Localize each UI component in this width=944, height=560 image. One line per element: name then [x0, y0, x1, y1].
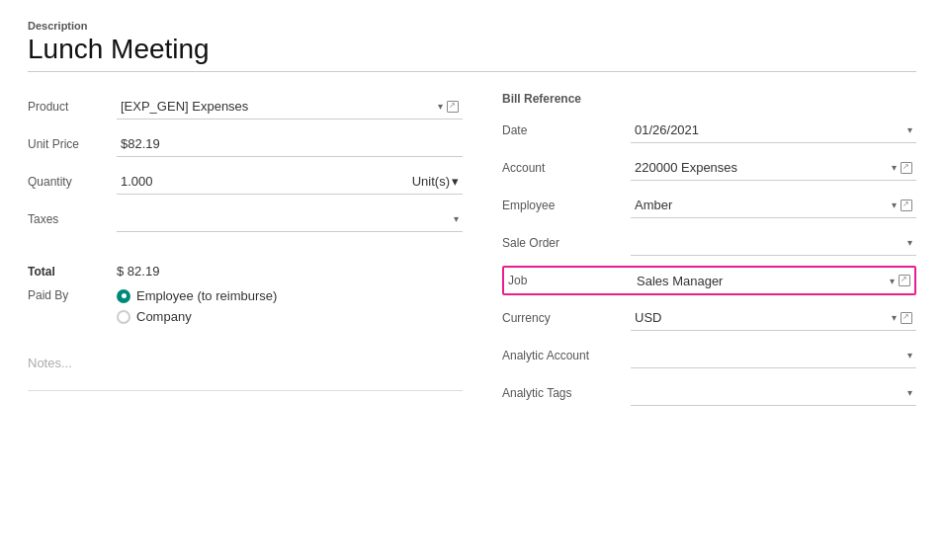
analytic-tags-field[interactable]: ▾ — [631, 380, 916, 406]
currency-row: Currency USD ▾ — [502, 303, 916, 333]
date-label: Date — [502, 123, 631, 137]
bottom-section: Total $ 82.19 Paid By Employee (to reimb… — [28, 264, 463, 391]
unit-dropdown-arrow[interactable]: ▾ — [452, 174, 459, 189]
product-field[interactable]: [EXP_GEN] Expenses ▾ — [117, 94, 463, 120]
title-divider — [28, 71, 916, 72]
analytic-account-dropdown-arrow[interactable]: ▾ — [907, 350, 912, 360]
job-row: Job Sales Manager ▾ — [502, 266, 916, 295]
unit-price-value: $82.19 — [121, 136, 160, 151]
date-dropdown-arrow[interactable]: ▾ — [907, 124, 912, 135]
date-field[interactable]: 01/26/2021 ▾ — [631, 118, 916, 143]
job-value: Sales Manager — [637, 274, 723, 288]
analytic-tags-label: Analytic Tags — [502, 386, 631, 400]
main-content: Product [EXP_GEN] Expenses ▾ Unit Price … — [28, 92, 916, 416]
description-label: Description — [28, 20, 916, 32]
taxes-dropdown-arrow[interactable]: ▾ — [454, 213, 459, 224]
employee-label: Employee — [502, 199, 631, 212]
bill-reference-label: Bill Reference — [502, 92, 916, 106]
employee-external-icon[interactable] — [901, 200, 912, 211]
job-label: Job — [508, 274, 637, 287]
employee-value: Amber — [635, 198, 672, 212]
taxes-field[interactable]: ▾ — [117, 206, 463, 232]
total-row: Total $ 82.19 — [28, 264, 463, 279]
sale-order-row: Sale Order ▾ — [502, 228, 916, 258]
date-value: 01/26/2021 — [635, 122, 699, 137]
employee-field[interactable]: Amber ▾ — [631, 193, 916, 218]
bottom-divider — [28, 390, 463, 391]
unit-price-label: Unit Price — [28, 137, 117, 151]
right-section: Bill Reference Date 01/26/2021 ▾ Account… — [502, 92, 916, 416]
job-dropdown-arrow[interactable]: ▾ — [890, 276, 895, 286]
unit-price-row: Unit Price $82.19 — [28, 129, 463, 159]
currency-value: USD — [635, 310, 661, 325]
currency-field[interactable]: USD ▾ — [631, 305, 916, 331]
quantity-row: Quantity 1.000 Unit(s) ▾ — [28, 167, 463, 197]
paid-by-employee-radio[interactable] — [117, 289, 130, 303]
currency-label: Currency — [502, 311, 631, 325]
employee-dropdown-arrow[interactable]: ▾ — [892, 200, 897, 210]
account-dropdown-arrow[interactable]: ▾ — [892, 162, 897, 173]
analytic-account-field[interactable]: ▾ — [631, 343, 916, 368]
currency-external-icon[interactable] — [901, 312, 912, 324]
analytic-account-label: Analytic Account — [502, 349, 631, 362]
account-row: Account 220000 Expenses ▾ — [502, 153, 916, 183]
currency-dropdown-arrow[interactable]: ▾ — [892, 312, 897, 323]
product-dropdown-arrow[interactable]: ▾ — [438, 101, 443, 112]
job-external-icon[interactable] — [899, 275, 910, 286]
quantity-field[interactable]: 1.000 Unit(s) ▾ — [117, 169, 463, 195]
taxes-label: Taxes — [28, 212, 117, 226]
paid-by-row: Paid By Employee (to reimburse) Company — [28, 288, 463, 324]
unit-price-field[interactable]: $82.19 — [117, 131, 463, 157]
total-label: Total — [28, 265, 117, 279]
account-label: Account — [502, 161, 631, 175]
sale-order-dropdown-arrow[interactable]: ▾ — [907, 237, 912, 248]
product-label: Product — [28, 100, 117, 114]
account-field[interactable]: 220000 Expenses ▾ — [631, 155, 916, 181]
account-value: 220000 Expenses — [635, 160, 737, 175]
quantity-label: Quantity — [28, 175, 117, 189]
account-external-icon[interactable] — [901, 162, 912, 174]
analytic-tags-row: Analytic Tags ▾ — [502, 378, 916, 408]
sale-order-field[interactable]: ▾ — [631, 230, 916, 256]
paid-by-company-option[interactable]: Company — [117, 309, 277, 324]
paid-by-options: Employee (to reimburse) Company — [117, 288, 277, 324]
job-field[interactable]: Sales Manager ▾ — [637, 268, 910, 293]
page-title: Lunch Meeting — [28, 34, 916, 65]
taxes-row: Taxes ▾ — [28, 204, 463, 234]
paid-by-employee-option[interactable]: Employee (to reimburse) — [117, 288, 277, 303]
total-value: $ 82.19 — [117, 264, 159, 279]
analytic-account-row: Analytic Account ▾ — [502, 341, 916, 370]
sale-order-label: Sale Order — [502, 236, 631, 250]
paid-by-employee-label: Employee (to reimburse) — [136, 288, 277, 303]
product-external-icon[interactable] — [447, 101, 459, 113]
unit-select[interactable]: Unit(s) ▾ — [412, 174, 459, 189]
paid-by-label: Paid By — [28, 288, 117, 302]
unit-label: Unit(s) — [412, 174, 450, 189]
left-section: Product [EXP_GEN] Expenses ▾ Unit Price … — [28, 92, 463, 416]
quantity-value: 1.000 — [121, 174, 153, 189]
date-row: Date 01/26/2021 ▾ — [502, 116, 916, 145]
product-row: Product [EXP_GEN] Expenses ▾ — [28, 92, 463, 121]
notes-area[interactable]: Notes... — [28, 348, 463, 378]
employee-row: Employee Amber ▾ — [502, 191, 916, 220]
paid-by-company-radio[interactable] — [117, 310, 130, 324]
product-value: [EXP_GEN] Expenses — [121, 99, 248, 114]
paid-by-company-label: Company — [136, 309, 192, 324]
analytic-tags-dropdown-arrow[interactable]: ▾ — [907, 387, 912, 398]
